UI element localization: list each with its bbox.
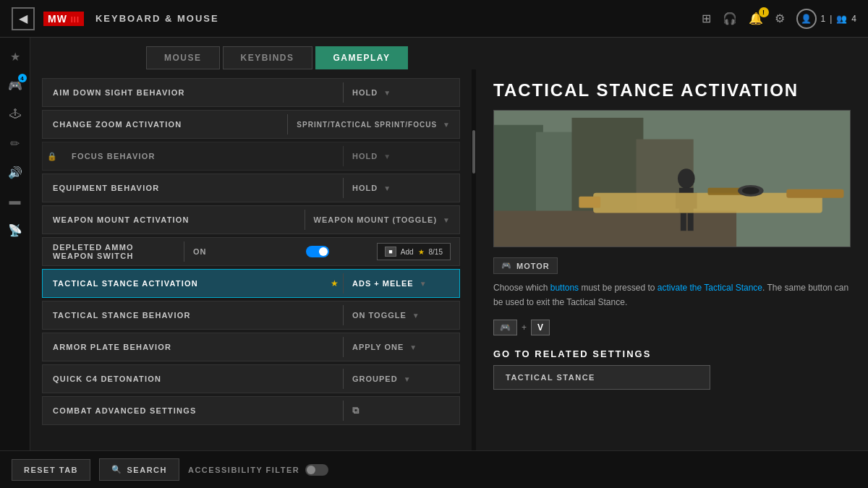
right-panel: TACTICAL STANCE ACTIVATION <box>476 69 868 450</box>
setting-depleted-ammo[interactable]: DEPLETED AMMO WEAPON SWITCH ON ■ Add ★ 8… <box>42 237 460 266</box>
setting-combat-advanced[interactable]: COMBAT ADVANCED SETTINGS ⧉ <box>42 396 460 425</box>
panel-scene-svg <box>494 111 850 247</box>
popup-key-icon: ■ <box>385 247 396 257</box>
setting-value: HOLD ▼ <box>344 152 459 160</box>
svg-rect-11 <box>688 213 694 231</box>
profile-level: 1 <box>821 14 826 24</box>
setting-equipment-behavior[interactable]: EQUIPMENT BEHAVIOR HOLD ▼ <box>42 174 460 202</box>
setting-quick-c4[interactable]: QUICK C4 DETONATION GROUPED ▼ <box>42 364 460 393</box>
tab-mouse[interactable]: MOUSE <box>146 46 220 69</box>
setting-focus-behavior[interactable]: 🔒 FOCUS BEHAVIOR HOLD ▼ <box>42 142 460 171</box>
profile-icon: 👤 <box>796 9 817 29</box>
logo-box: MW III <box>43 12 84 26</box>
setting-armor-plate[interactable]: ARMOR PLATE BEHAVIOR APPLY ONE ▼ <box>42 333 460 361</box>
sidebar-item-display[interactable]: ▬ <box>2 188 28 214</box>
bell-icon[interactable]: 🔔 ! <box>749 12 763 25</box>
popup-star-icon: ★ <box>418 248 425 256</box>
headphone-icon[interactable]: 🎧 <box>723 12 737 25</box>
search-icon: 🔍 <box>111 465 123 474</box>
svg-point-6 <box>678 169 695 189</box>
gear-icon[interactable]: ⚙ <box>775 12 785 25</box>
accessibility-text: ACCESSIBILITY FILTER <box>188 466 299 474</box>
setting-value: SPRINT/TACTICAL SPRINT/FOCUS ▼ <box>288 121 459 129</box>
desc-part2: must be pressed to <box>579 283 658 293</box>
plus-symbol: + <box>522 322 527 333</box>
star-icon[interactable]: ★ <box>326 278 343 288</box>
setting-value: ON <box>184 247 300 256</box>
setting-weapon-mount[interactable]: WEAPON MOUNT ACTIVATION WEAPON MOUNT (TO… <box>42 205 460 234</box>
svg-rect-13 <box>579 197 600 208</box>
setting-aim-down-sight[interactable]: AIM DOWN SIGHT BEHAVIOR HOLD ▼ <box>42 78 460 107</box>
setting-value: HOLD ▼ <box>344 184 459 192</box>
external-link-icon: ⧉ <box>352 405 359 416</box>
key-button-1[interactable]: 🎮 <box>493 320 517 335</box>
chevron-icon: ▼ <box>409 343 417 351</box>
sidebar-item-controller[interactable]: 🎮 4 <box>2 72 28 98</box>
setting-tactical-stance-activation[interactable]: TACTICAL STANCE ACTIVATION ★ ADS + MELEE… <box>42 269 460 298</box>
search-label: SEARCH <box>127 466 167 474</box>
setting-name: ARMOR PLATE BEHAVIOR <box>43 343 343 351</box>
setting-value: HOLD ▼ <box>344 88 459 97</box>
desc-link-activate[interactable]: activate the Tactical Stance <box>658 283 762 293</box>
bottom-bar: RESET TAB 🔍 SEARCH ACCESSIBILITY FILTER <box>0 450 868 488</box>
setting-name: FOCUS BEHAVIOR <box>61 152 343 160</box>
desc-link-buttons[interactable]: buttons <box>550 283 579 293</box>
motor-badge: 🎮 MOTOR <box>493 257 558 274</box>
related-settings-btn[interactable]: TACTICAL STANCE <box>493 365 710 390</box>
go-related-title: GO TO RELATED SETTINGS <box>493 348 851 359</box>
motor-icon: 🎮 <box>501 261 512 270</box>
setting-value: ON TOGGLE ▼ <box>344 311 459 320</box>
setting-name: TACTICAL STANCE BEHAVIOR <box>43 311 343 320</box>
back-button[interactable]: ◀ <box>12 7 35 30</box>
chevron-icon: ▼ <box>443 216 451 224</box>
setting-value: GROUPED ▼ <box>344 374 459 383</box>
setting-name: DEPLETED AMMO WEAPON SWITCH <box>43 243 184 260</box>
desc-part1: Choose which <box>493 283 550 293</box>
add-popup: ■ Add ★ 8/15 <box>377 243 451 260</box>
reset-tab-button[interactable]: RESET TAB <box>12 459 90 481</box>
setting-name: QUICK C4 DETONATION <box>43 374 343 383</box>
panel-image <box>493 110 851 247</box>
popup-count: 8/15 <box>429 248 443 256</box>
svg-point-17 <box>742 187 760 194</box>
friends-icon: 👥 <box>836 14 847 24</box>
setting-value: WEAPON MOUNT (TOGGLE) ▼ <box>305 215 459 224</box>
bell-badge: ! <box>759 7 769 17</box>
chevron-icon: ▼ <box>412 312 420 320</box>
key-button-2[interactable]: V <box>531 320 550 335</box>
setting-name: EQUIPMENT BEHAVIOR <box>43 184 343 192</box>
setting-change-zoom[interactable]: CHANGE ZOOM ACTIVATION SPRINT/TACTICAL S… <box>42 110 460 139</box>
key-combo: 🎮 + V <box>493 320 851 335</box>
setting-name: AIM DOWN SIGHT BEHAVIOR <box>43 88 343 97</box>
lock-icon: 🔒 <box>43 152 61 161</box>
grid-icon[interactable]: ⊞ <box>702 12 711 25</box>
setting-tactical-stance-behavior[interactable]: TACTICAL STANCE BEHAVIOR ON TOGGLE ▼ <box>42 301 460 330</box>
panel-title: TACTICAL STANCE ACTIVATION <box>493 81 851 100</box>
tab-bar: MOUSE KEYBINDS GAMEPLAY <box>30 38 868 69</box>
motor-label: MOTOR <box>516 262 550 270</box>
sidebar-item-favorites[interactable]: ★ <box>2 43 28 69</box>
setting-name: TACTICAL STANCE ACTIVATION <box>43 279 326 288</box>
sidebar-badge: 4 <box>18 74 27 82</box>
search-button[interactable]: 🔍 SEARCH <box>99 458 179 481</box>
header-right: ⊞ 🎧 🔔 ! ⚙ 👤 1 | 👥 4 <box>702 9 857 29</box>
svg-rect-10 <box>681 213 686 231</box>
sidebar-item-network[interactable]: 📡 <box>2 217 28 243</box>
sidebar-item-edit[interactable]: ✏ <box>2 130 28 156</box>
sidebar-item-gamepad[interactable]: 🕹 <box>2 101 28 127</box>
header-title: KEYBOARD & MOUSE <box>95 13 219 24</box>
chevron-icon: ▼ <box>383 184 391 192</box>
sidebar-item-volume[interactable]: 🔊 <box>2 159 28 185</box>
settings-list: AIM DOWN SIGHT BEHAVIOR HOLD ▼ CHANGE ZO… <box>30 69 472 450</box>
accessibility-toggle[interactable] <box>305 464 328 476</box>
chevron-icon: ▼ <box>420 280 427 288</box>
toggle-depleted-ammo[interactable] <box>306 246 329 257</box>
tab-keybinds[interactable]: KEYBINDS <box>223 46 312 69</box>
tab-gameplay[interactable]: GAMEPLAY <box>315 46 409 69</box>
chevron-icon: ▼ <box>383 153 391 160</box>
popup-add-label: Add <box>401 248 414 256</box>
svg-rect-5 <box>494 211 736 247</box>
profile-section: 👤 1 | 👥 4 <box>796 9 857 29</box>
header: ◀ MW III KEYBOARD & MOUSE ⊞ 🎧 🔔 ! ⚙ 👤 1 … <box>0 0 868 38</box>
chevron-icon: ▼ <box>404 375 412 383</box>
